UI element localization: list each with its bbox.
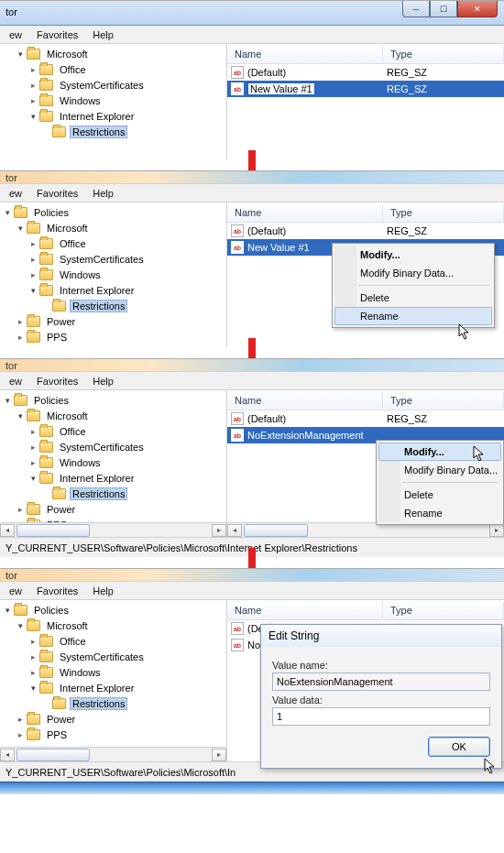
list-header[interactable]: Name Type [227,202,504,223]
scroll-right[interactable]: ▸ [212,749,226,761]
menu-view-fragment[interactable]: ew [4,186,27,201]
folder-icon [52,126,66,137]
menu-favorites[interactable]: Favorites [31,584,83,598]
tree-microsoft[interactable]: Microsoft [2,220,226,235]
value-default[interactable]: (Default) REG_SZ [227,410,504,427]
menu-view-fragment[interactable]: ew [4,584,27,598]
tree-windows[interactable]: Windows [2,454,226,470]
minimize-button[interactable]: ─ [402,1,430,17]
scroll-thumb[interactable] [16,749,90,761]
tree-systemcertificates[interactable]: SystemCertificates [2,439,226,454]
col-type[interactable]: Type [383,602,504,618]
tree-restrictions[interactable]: Restrictions [2,695,226,711]
tree-internet-explorer[interactable]: Internet Explorer [2,470,226,486]
tree-office[interactable]: Office [2,61,226,77]
tree-pane[interactable]: Policies Microsoft Office SystemCertific… [0,600,227,761]
list-header[interactable]: Name Type [227,44,504,64]
ctx-delete[interactable]: Delete [378,486,501,504]
scroll-left[interactable]: ◂ [0,524,15,537]
tree-policies[interactable]: Policies [2,602,226,618]
tree-systemcertificates[interactable]: SystemCertificates [2,77,226,93]
col-name[interactable]: Name [227,46,383,62]
folder-icon [39,683,53,694]
col-type[interactable]: Type [383,392,504,409]
list-header[interactable]: Name Type [227,390,504,410]
menu-view-fragment[interactable]: ew [4,374,27,388]
ctx-rename[interactable]: Rename [378,504,501,522]
ctx-modify-binary[interactable]: Modify Binary Data... [334,264,492,282]
tree-policies[interactable]: Policies [2,392,226,408]
scroll-thumb[interactable] [16,524,90,537]
close-button[interactable]: ✕ [457,1,498,17]
edit-string-dialog[interactable]: Edit String Value name: Value data: OK [260,624,502,769]
menu-view-fragment[interactable]: ew [4,27,27,42]
context-menu[interactable]: Modify... Modify Binary Data... Delete R… [376,440,504,525]
ctx-rename[interactable]: Rename [334,307,492,325]
menu-help[interactable]: Help [87,584,119,598]
ctx-modify[interactable]: Modify... [334,246,492,264]
scroll-thumb[interactable] [244,524,308,537]
tree-restrictions[interactable]: Restrictions [2,486,226,501]
tree-scrollbar[interactable]: ◂ ▸ [0,747,226,761]
col-type[interactable]: Type [383,204,504,221]
menu-favorites[interactable]: Favorites [31,186,83,201]
tree-systemcertificates[interactable]: SystemCertificates [2,251,226,267]
tree-pps[interactable]: PPS [2,727,226,742]
menu-favorites[interactable]: Favorites [31,374,83,388]
tree-microsoft[interactable]: Microsoft [2,408,226,423]
tree-office[interactable]: Office [2,423,226,439]
dialog-title[interactable]: Edit String [261,625,501,647]
menu-help[interactable]: Help [87,374,119,388]
tree-windows[interactable]: Windows [2,267,226,282]
tree-systemcertificates[interactable]: SystemCertificates [2,649,226,664]
tree-power[interactable]: Power [2,711,226,727]
tree-office[interactable]: Office [2,633,226,649]
tree-power[interactable]: Power [2,313,226,329]
ok-button[interactable]: OK [428,737,490,757]
menu-help[interactable]: Help [87,186,119,201]
value-data-field[interactable] [272,707,490,726]
tree-pane[interactable]: Policies Microsoft Office SystemCertific… [0,390,227,537]
tree-scrollbar[interactable]: ◂ ▸ [0,522,226,537]
col-type[interactable]: Type [383,46,504,62]
tree-office[interactable]: Office [2,235,226,251]
scroll-left[interactable]: ◂ [227,524,242,537]
value-default[interactable]: (Default) REG_SZ [227,64,504,81]
menu-help[interactable]: Help [87,27,119,42]
tree-windows[interactable]: Windows [2,93,226,108]
ctx-delete[interactable]: Delete [334,289,492,307]
tree-microsoft[interactable]: Microsoft [2,46,226,61]
col-name[interactable]: Name [227,392,383,409]
menu-favorites[interactable]: Favorites [31,27,83,42]
tree-restrictions[interactable]: Restrictions [2,298,226,313]
value-default[interactable]: (Default) REG_SZ [227,223,504,239]
tree-internet-explorer[interactable]: Internet Explorer [2,680,226,695]
scroll-right[interactable]: ▸ [489,524,504,537]
list-pane[interactable]: Name Type (Default) REG_SZ New Value #1 … [227,44,504,159]
tree-power[interactable]: Power [2,501,226,517]
value-new-value[interactable]: New Value #1 REG_SZ [227,81,504,97]
tree-pps[interactable]: PPS [2,329,226,344]
maximize-button[interactable]: ☐ [430,1,457,17]
tree-internet-explorer[interactable]: Internet Explorer [2,108,226,124]
rename-editbox[interactable]: New Value #1 [247,82,315,95]
scroll-right[interactable]: ▸ [212,524,226,537]
context-menu[interactable]: Modify... Modify Binary Data... Delete R… [332,243,495,328]
list-header[interactable]: Name Type [227,600,504,620]
tree-microsoft[interactable]: Microsoft [2,618,226,633]
col-name[interactable]: Name [227,602,383,618]
ctx-modify-binary[interactable]: Modify Binary Data... [378,461,501,479]
tree-policies[interactable]: Policies [2,204,226,220]
tree-pane[interactable]: Policies Microsoft Office SystemCertific… [0,202,227,347]
tree-windows[interactable]: Windows [2,664,226,680]
value-name-field[interactable] [272,673,490,691]
list-pane[interactable]: Name Type (Default) REG_SZ NoExtensionMa… [227,390,504,537]
col-name[interactable]: Name [227,204,383,221]
scroll-left[interactable]: ◂ [0,749,15,761]
tree-pane[interactable]: Microsoft Office SystemCertificates Wind… [0,44,227,159]
tree-restrictions[interactable]: Restrictions [2,124,226,139]
ctx-modify[interactable]: Modify... [378,443,501,461]
title-bar[interactable]: tor ─ ☐ ✕ [0,1,504,26]
tree-internet-explorer[interactable]: Internet Explorer [2,282,226,298]
list-pane[interactable]: Name Type (Default) REG_SZ New Value #1 … [227,202,504,347]
